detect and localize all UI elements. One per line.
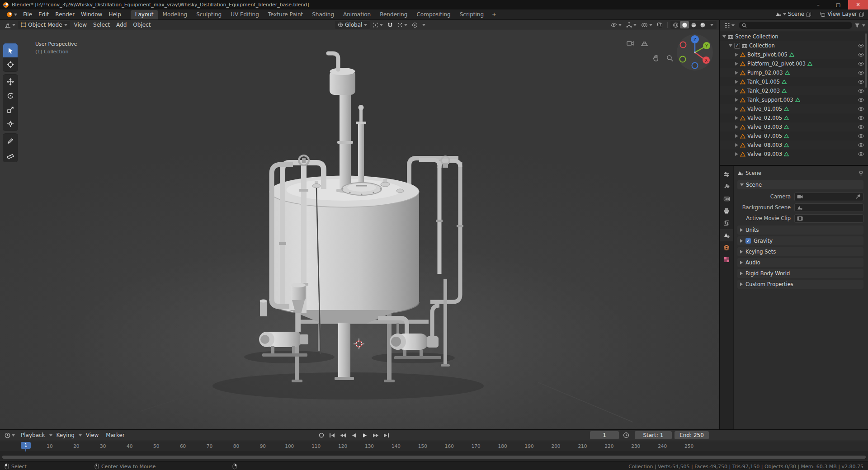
expand-icon[interactable]: [735, 125, 738, 129]
outliner-object-row[interactable]: Bolts_pivot.005: [720, 50, 868, 59]
expand-icon[interactable]: [735, 116, 738, 120]
shading-rendered-button[interactable]: [698, 21, 707, 28]
expand-icon[interactable]: [735, 62, 738, 66]
jump-to-start-button[interactable]: [327, 431, 337, 439]
timeline-editor-type-button[interactable]: [3, 432, 17, 439]
pivot-point-dropdown[interactable]: [371, 21, 385, 29]
tool-select-box[interactable]: [3, 43, 18, 57]
menu-item[interactable]: File: [20, 10, 35, 19]
scene-selector[interactable]: Scene: [775, 11, 812, 17]
outliner-search[interactable]: [739, 22, 852, 29]
pin-icon[interactable]: [859, 170, 863, 176]
hide-icon[interactable]: [858, 125, 864, 129]
new-view-layer-icon[interactable]: [859, 11, 864, 17]
tab-output[interactable]: [720, 205, 733, 217]
view-menu[interactable]: View: [83, 431, 102, 440]
tab-view-layer[interactable]: [720, 217, 733, 229]
outliner-object-row[interactable]: Valve_09.003: [720, 150, 868, 159]
search-input[interactable]: [748, 22, 849, 28]
minimize-button[interactable]: –: [808, 0, 828, 9]
filter-dropdown-icon[interactable]: [862, 24, 865, 27]
expand-icon[interactable]: [735, 134, 738, 138]
collection-checkbox[interactable]: ✓: [734, 43, 740, 49]
navigation-gizmo[interactable]: Z Y X: [676, 33, 714, 71]
new-scene-icon[interactable]: [806, 11, 811, 17]
playback-menu[interactable]: Playback: [18, 431, 48, 440]
menu-item[interactable]: Help: [105, 10, 124, 19]
frame-start-field[interactable]: Start:1: [635, 431, 672, 439]
active-movie-clip-field[interactable]: [794, 214, 863, 223]
close-button[interactable]: ✕: [848, 0, 868, 9]
hide-icon[interactable]: [858, 80, 864, 84]
expand-icon[interactable]: [735, 98, 738, 102]
eyedropper-icon[interactable]: [855, 194, 861, 199]
section-rigid-body-world[interactable]: Rigid Body World: [737, 269, 863, 278]
playhead-frame-badge[interactable]: 1: [21, 442, 31, 449]
hide-icon[interactable]: [858, 43, 864, 48]
snap-magnet-icon[interactable]: [386, 21, 395, 29]
outliner-row-collection[interactable]: ✓ Collection: [720, 41, 868, 50]
expand-icon[interactable]: [735, 71, 738, 75]
shading-material-button[interactable]: [689, 21, 698, 28]
properties-editor-type-button[interactable]: [720, 168, 733, 180]
hide-icon[interactable]: [858, 98, 864, 102]
toggle-grid-icon[interactable]: [641, 40, 650, 49]
shading-solid-button[interactable]: [680, 21, 689, 28]
hide-icon[interactable]: [858, 89, 864, 93]
outliner-editor-type-button[interactable]: [722, 22, 736, 29]
scene-panel-header[interactable]: Scene: [737, 180, 863, 189]
viewport-menu-item[interactable]: Select: [90, 20, 113, 29]
maximize-button[interactable]: ▢: [828, 0, 848, 9]
expand-icon[interactable]: [735, 89, 738, 93]
menu-item[interactable]: Window: [78, 10, 105, 19]
workspace-tab[interactable]: Layout: [131, 10, 158, 19]
tool-move[interactable]: [3, 75, 18, 89]
section-gravity[interactable]: ✓ Gravity: [737, 236, 863, 245]
jump-to-end-button[interactable]: [382, 431, 391, 439]
outliner-scrollbar[interactable]: [865, 33, 867, 88]
auto-keying-toggle[interactable]: [316, 431, 326, 439]
viewport-canvas[interactable]: User Perspective (1) Collection: [0, 30, 719, 429]
menu-item[interactable]: Edit: [35, 10, 52, 19]
gravity-checkbox[interactable]: ✓: [745, 238, 751, 244]
tool-annotate[interactable]: [3, 134, 18, 148]
timeline-scrollbar[interactable]: [2, 455, 866, 459]
hide-icon[interactable]: [858, 152, 864, 156]
current-frame-field[interactable]: 1: [590, 431, 619, 439]
outliner-object-row[interactable]: Tank_01.005: [720, 77, 868, 86]
overlays-toggle[interactable]: [639, 22, 654, 28]
preview-range-toggle[interactable]: [623, 432, 629, 438]
proportional-editing-icon[interactable]: [410, 21, 420, 29]
viewport-menu-item[interactable]: View: [71, 20, 90, 29]
gizmos-toggle[interactable]: [624, 21, 638, 29]
next-keyframe-button[interactable]: [371, 431, 380, 439]
pan-hand-icon[interactable]: [652, 55, 661, 64]
play-reverse-button[interactable]: [349, 431, 359, 439]
tool-transform[interactable]: [3, 117, 18, 131]
tab-render[interactable]: [720, 193, 733, 205]
filter-icon[interactable]: [854, 23, 860, 28]
shading-wireframe-button[interactable]: [671, 21, 680, 28]
viewport-menu-item[interactable]: Add: [113, 20, 130, 29]
editor-type-button[interactable]: [3, 21, 17, 29]
proportional-falloff-dropdown[interactable]: [420, 23, 427, 27]
frame-end-field[interactable]: End:250: [675, 431, 709, 439]
workspace-tab[interactable]: Modeling: [158, 10, 192, 19]
workspace-tab[interactable]: Shading: [307, 10, 339, 19]
section-custom-properties[interactable]: Custom Properties: [737, 280, 863, 289]
outliner-object-row[interactable]: Valve_02.005: [720, 113, 868, 122]
camera-field[interactable]: [794, 193, 863, 201]
timeline-ruler[interactable]: 1020304050607080901001101201301401501601…: [0, 441, 868, 452]
expand-icon[interactable]: [735, 53, 738, 56]
add-workspace-button[interactable]: +: [488, 10, 500, 19]
view-layer-selector[interactable]: View Layer: [820, 11, 864, 17]
hide-icon[interactable]: [858, 116, 864, 120]
outliner-object-row[interactable]: Tank_support.003: [720, 95, 868, 104]
background-scene-field[interactable]: [794, 203, 863, 212]
xray-toggle[interactable]: [655, 21, 665, 28]
hide-icon[interactable]: [858, 107, 864, 111]
hide-icon[interactable]: [858, 52, 864, 57]
workspace-tab[interactable]: Animation: [339, 10, 375, 19]
camera-view-icon[interactable]: [627, 40, 636, 49]
mode-dropdown[interactable]: Object Mode: [18, 21, 70, 29]
